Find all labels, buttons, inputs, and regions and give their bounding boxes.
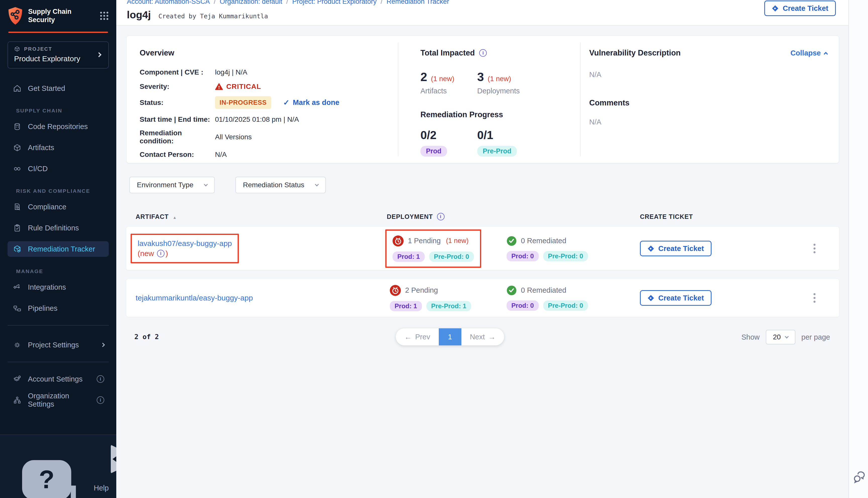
- sidebar-item-label: CI/CD: [28, 165, 48, 173]
- info-icon[interactable]: [437, 213, 444, 220]
- info-icon[interactable]: [157, 250, 165, 257]
- info-icon[interactable]: [479, 49, 487, 57]
- condition-value: All Versions: [215, 133, 252, 141]
- create-ticket-label: Create Ticket: [658, 294, 704, 302]
- cube-pill-icon: [13, 245, 21, 253]
- sidebar-item-project-settings[interactable]: Project Settings: [8, 337, 109, 353]
- breadcrumb-separator: /: [381, 0, 383, 5]
- breadcrumb-account[interactable]: Account: Automation-SSCA: [127, 0, 210, 5]
- collapse-button[interactable]: Collapse: [790, 49, 827, 57]
- prod-count-badge: Prod: 0: [507, 300, 539, 311]
- create-ticket-column-header: CREATE TICKET: [640, 213, 693, 220]
- sidebar-item-artifacts[interactable]: Artifacts: [8, 140, 109, 155]
- sidebar-item-label: Remediation Tracker: [28, 245, 95, 253]
- show-label: Show: [741, 333, 760, 341]
- new-flag-open: (new: [138, 249, 154, 258]
- page-1-button[interactable]: 1: [439, 328, 462, 345]
- remediation-status-filter[interactable]: Remediation Status: [235, 177, 325, 193]
- breadcrumb-project[interactable]: Project: Product Exploratory: [292, 0, 376, 5]
- mark-as-done-label: Mark as done: [293, 99, 339, 107]
- page-title: log4j: [127, 9, 151, 21]
- help-label: Help: [94, 484, 109, 492]
- pending-clock-icon: [392, 235, 404, 247]
- sidebar-item-cicd[interactable]: CI/CD: [8, 161, 109, 176]
- sidebar-item-label: Compliance: [28, 203, 66, 211]
- main-area: Account: Automation-SSCA/Organization: d…: [116, 0, 848, 498]
- new-flag-close: ): [166, 249, 168, 258]
- module-grid-icon[interactable]: [99, 11, 109, 21]
- breadcrumb-organization[interactable]: Organization: default: [220, 0, 282, 5]
- create-ticket-button[interactable]: Create Ticket: [764, 0, 836, 16]
- component-label: Component | CVE :: [140, 68, 215, 76]
- project-selector[interactable]: PROJECT Product Exploratory: [8, 41, 109, 68]
- impacted-artifacts-stat: 2 (1 new) Artifacts: [420, 70, 477, 95]
- artifact-column-header[interactable]: ARTIFACT: [126, 213, 387, 220]
- row-menu-kebab-icon[interactable]: [811, 241, 818, 256]
- chat-question-icon: ?: [13, 451, 87, 498]
- sidebar-item-rule-definitions[interactable]: Rule Definitions: [8, 220, 109, 236]
- nav-section-supply-chain: SUPPLY CHAIN: [8, 108, 109, 114]
- remediation-status-label: Remediation Status: [243, 181, 304, 189]
- sidebar-item-code-repositories[interactable]: Code Repositories: [8, 119, 109, 134]
- sidebar-item-label: Project Settings: [28, 341, 79, 349]
- page-size-control: Show 20 per page: [741, 330, 830, 344]
- sort-ascending-icon: [173, 213, 177, 220]
- sidebar-divider: [8, 362, 109, 362]
- project-label: PROJECT: [24, 46, 52, 52]
- sidebar-item-pipelines[interactable]: Pipelines: [8, 300, 109, 316]
- sidebar-item-remediation-tracker[interactable]: Remediation Tracker: [8, 241, 109, 257]
- remediation-progress-title: Remediation Progress: [420, 110, 580, 119]
- page-header: Account: Automation-SSCA/Organization: d…: [116, 0, 848, 26]
- time-value: 01/10/2025 01:08 pm | N/A: [215, 116, 299, 123]
- impact-column: Total Impacted 2 (1 new) Artifacts: [398, 36, 580, 163]
- info-icon[interactable]: [97, 396, 104, 404]
- create-ticket-label: Create Ticket: [658, 245, 704, 253]
- sidebar-collapse-handle[interactable]: [111, 445, 116, 473]
- artifact-link[interactable]: lavakush07/easy-buggy-app: [138, 239, 232, 248]
- sidebar-item-get-started[interactable]: Get Started: [8, 81, 109, 96]
- info-icon[interactable]: [97, 375, 104, 383]
- sidebar-item-account-settings[interactable]: Account Settings: [8, 371, 109, 387]
- create-ticket-button[interactable]: Create Ticket: [640, 241, 712, 256]
- overview-title: Overview: [140, 49, 398, 57]
- chevron-down-icon: [204, 182, 208, 186]
- sidebar-item-label: Code Repositories: [28, 122, 88, 131]
- status-badge: IN-PROGRESS: [215, 96, 271, 109]
- prev-page-button[interactable]: Prev: [396, 328, 439, 345]
- app-window: Supply Chain Security PROJECT Product Ex…: [0, 0, 868, 498]
- scrollbar-rail[interactable]: [848, 0, 868, 498]
- chevron-down-icon: [315, 182, 319, 186]
- table-header: ARTIFACT DEPLOYMENT CREATE TICKET: [126, 213, 839, 220]
- sidebar-item-integrations[interactable]: Integrations: [8, 279, 109, 295]
- support-chat-icon[interactable]: [853, 471, 866, 484]
- environment-type-filter[interactable]: Environment Type: [129, 177, 215, 193]
- mark-as-done-button[interactable]: Mark as done: [283, 98, 339, 107]
- help-button[interactable]: ? Help: [13, 451, 109, 498]
- ticket-cell: Create Ticket: [640, 290, 839, 306]
- page-size-select[interactable]: 20: [766, 330, 795, 344]
- artifact-link[interactable]: tejakummarikuntla/easy-buggy-app: [135, 294, 253, 302]
- remediated-count: 0 Remediated: [521, 286, 566, 294]
- preprod-progress-stat: 0/1 Pre-Prod: [477, 128, 534, 157]
- clipboard-check-icon: [13, 224, 21, 232]
- pager: Prev 1 Next: [396, 328, 504, 345]
- create-ticket-button[interactable]: Create Ticket: [640, 290, 712, 306]
- remediated-check-icon: [507, 285, 517, 296]
- content: Overview Component | CVE : log4j | N/A S…: [116, 26, 848, 498]
- deployments-new-count: (1 new): [488, 75, 511, 83]
- row-menu-kebab-icon[interactable]: [811, 291, 818, 305]
- condition-label: Remediation condition:: [140, 129, 215, 145]
- artifacts-count: 2: [420, 70, 427, 84]
- component-value: log4j | N/A: [215, 68, 247, 76]
- preprod-progress-value: 0/1: [477, 128, 534, 142]
- artifacts-new-count: (1 new): [431, 75, 454, 83]
- pending-count: 2 Pending: [405, 286, 438, 294]
- next-label: Next: [470, 333, 485, 341]
- preprod-count-badge: Pre-Prod: 0: [543, 251, 588, 261]
- sidebar-item-compliance[interactable]: Compliance: [8, 199, 109, 214]
- breadcrumb-current[interactable]: Remediation Tracker: [387, 0, 449, 5]
- ticket-cell: Create Ticket: [640, 241, 839, 256]
- check-icon: [283, 98, 289, 107]
- sidebar-item-organization-settings[interactable]: Organization Settings: [8, 392, 109, 408]
- next-page-button[interactable]: Next: [462, 328, 504, 345]
